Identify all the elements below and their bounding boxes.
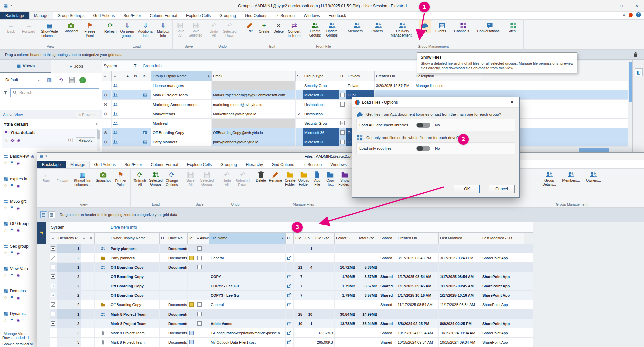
column-header-narrow[interactable] (121, 71, 125, 81)
flag-icon[interactable] (10, 296, 14, 300)
horizontal-scrollbar[interactable] (578, 148, 628, 152)
create-button[interactable]: + Create (258, 20, 270, 33)
sidebar-scrollbar[interactable] (97, 130, 100, 151)
flag-icon[interactable] (10, 318, 14, 322)
row-expander[interactable] (51, 293, 55, 297)
star-icon[interactable]: ☆ (4, 206, 7, 210)
double-chevron-icon[interactable]: » (95, 123, 100, 126)
files-button[interactable]: Files... (419, 20, 431, 33)
column-header-lock[interactable] (88, 233, 95, 244)
checkbox[interactable] (197, 265, 202, 269)
conversations-button[interactable]: Conversations... (476, 20, 503, 33)
column-header-file-name[interactable]: File Name ▲ (209, 233, 286, 244)
row-expander[interactable] (51, 302, 55, 307)
column-header-group-type[interactable]: Group Type (303, 71, 339, 81)
checkbox[interactable] (197, 321, 202, 326)
refresh-selected-groups-button[interactable]: Selected Groups (148, 169, 163, 186)
checkbox[interactable] (340, 102, 345, 107)
dialog-close-icon[interactable]: ✕ (507, 100, 517, 105)
previous-view-button[interactable]: ◁ Previous (75, 112, 99, 118)
add-file-button[interactable]: Add File (311, 169, 323, 186)
column-header-s[interactable]: S... (296, 71, 303, 81)
files-owners-button[interactable]: Owners... (585, 169, 602, 182)
tab-explode-cells[interactable]: Explode Cells (182, 12, 215, 19)
create-folder-button[interactable]: Create Folder (284, 169, 296, 186)
add-view-button[interactable]: + (79, 77, 86, 83)
checkbox[interactable] (197, 312, 202, 316)
eye-icon[interactable] (10, 138, 15, 143)
view-mode-grid-icon[interactable]: ▦ (48, 211, 55, 218)
undo-selected-rows-button[interactable]: ↶ Selected Rows (222, 20, 237, 38)
grid-corner-selector[interactable]: ϟ (37, 222, 46, 244)
column-header-email[interactable]: Email (212, 71, 296, 81)
mailbox-info-button[interactable]: ⇩ Mailbox Info (156, 20, 170, 38)
panel-tab-views[interactable]: ▦ Views (0, 60, 51, 73)
save-selected-button[interactable]: Save Selected (188, 20, 203, 37)
column-header-a[interactable]: A... (125, 71, 132, 81)
column-header-d[interactable]: D... (339, 71, 346, 81)
checkbox[interactable] (197, 246, 202, 251)
star-icon[interactable]: ☆ (4, 228, 7, 233)
checkbox[interactable] (197, 256, 202, 260)
freeze-point-button[interactable]: ⚑ Freeze Point (84, 20, 96, 38)
expand-panel-icon[interactable]: ◧ (635, 68, 643, 76)
checkbox[interactable] (340, 140, 345, 144)
forward-button[interactable]: → Forward (21, 20, 36, 33)
star-icon[interactable]: ☆ (4, 183, 7, 188)
tab-feedback[interactable]: Feedback (324, 12, 351, 19)
flag-icon[interactable] (10, 251, 14, 255)
view-preset-select[interactable]: Default ▾ (3, 76, 42, 84)
open-external-link-icon[interactable] (287, 274, 291, 279)
files-tab-hierarchy[interactable]: Hierarchy (241, 161, 267, 168)
row-expander[interactable] (51, 284, 55, 288)
tab-group-settings[interactable]: Group Settings (53, 12, 89, 19)
files-back-button[interactable]: ← Back (41, 169, 53, 183)
column-header-file-size[interactable]: File Size (314, 233, 335, 244)
table-row[interactable]: 2 Mark 8 Project Team Documents (50, 319, 533, 328)
checkbox[interactable] (340, 121, 345, 125)
row-expander[interactable] (51, 312, 55, 316)
files-tab-session[interactable]: ✓ Session (299, 161, 326, 168)
files-tab-backstage[interactable]: Backstage (37, 161, 66, 168)
search-input[interactable] (10, 88, 99, 97)
tab-grid-actions[interactable]: Grid Actions (89, 12, 119, 19)
band-system[interactable]: System (50, 222, 109, 233)
group-details-button[interactable]: Group Details... (542, 169, 557, 186)
files-tab-manage[interactable]: Manage (66, 161, 90, 168)
on-prem-groups-button[interactable]: ⇩ On-prem groups (120, 20, 135, 38)
checkbox[interactable] (197, 302, 202, 307)
open-external-link-icon[interactable] (287, 284, 291, 288)
table-row[interactable]: 2 Party planners Documents (50, 253, 533, 263)
files-tab-grouping[interactable]: Grouping (216, 161, 241, 168)
files-save-all-button[interactable]: Save All (184, 169, 197, 186)
checkbox[interactable] (297, 112, 301, 116)
back-button[interactable]: ← Back (5, 20, 17, 33)
star-icon[interactable]: ☆ (4, 273, 7, 278)
band-t[interactable]: T... (132, 61, 141, 71)
rename-button[interactable]: Rename (268, 169, 283, 182)
files-tab-grid-options[interactable]: Grid Options (267, 161, 299, 168)
channels-button[interactable]: Channels... (453, 20, 473, 33)
open-external-link-icon[interactable] (287, 331, 291, 335)
update-groups-button[interactable]: Update Groups (326, 20, 338, 37)
open-external-link-icon[interactable] (287, 302, 291, 307)
upload-folder-button[interactable]: Upload Folder (298, 169, 310, 186)
column-header-folder-size[interactable]: Folder S... (335, 233, 357, 244)
table-row[interactable]: ⊙ License managers Security Grou Private… (102, 81, 628, 90)
flag-icon[interactable] (10, 228, 14, 232)
filter-funnel-icon[interactable] (3, 90, 8, 95)
column-header-is2[interactable]: Is... (141, 71, 151, 81)
column-header-allow[interactable]: ▸ Allow... (196, 233, 209, 244)
row-expander[interactable] (51, 246, 55, 251)
load-root-files-toggle[interactable] (416, 146, 430, 151)
convert-to-team-button[interactable]: ⇄ Convert to Team (287, 20, 301, 38)
save-all-button[interactable]: Save All (174, 20, 186, 37)
vertical-scrollbar[interactable] (628, 61, 632, 152)
column-header-lock[interactable] (102, 71, 112, 81)
column-layout-icon[interactable]: ▥ (45, 76, 53, 84)
reapply-button[interactable]: Reapply (76, 137, 95, 143)
tab-session[interactable]: ✓ Session (272, 12, 299, 19)
column-header-ic[interactable]: Ic... (188, 233, 196, 244)
collapse-ribbon-icon[interactable]: ∧ (623, 13, 625, 17)
flag-icon[interactable] (10, 184, 14, 188)
